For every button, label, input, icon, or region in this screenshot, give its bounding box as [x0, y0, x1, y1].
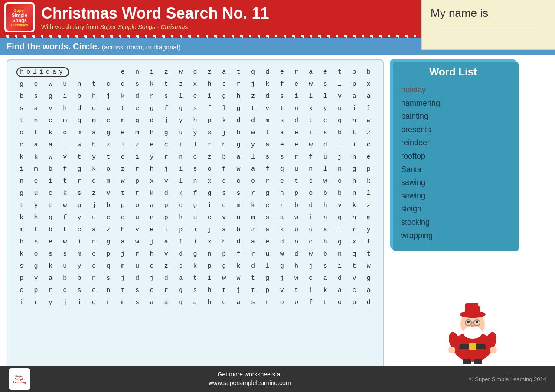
logo-inner: Super Simple Songs Christmas [6, 4, 33, 31]
grid-cell: t [246, 285, 260, 296]
grid-cell: a [188, 297, 202, 308]
grid-cell: j [304, 260, 317, 272]
grid-cell: s [29, 91, 42, 102]
grid-cell: u [174, 127, 187, 138]
grid-cell: i [72, 297, 86, 308]
grid-cell: h [217, 236, 231, 247]
grid-cell: a [246, 163, 260, 175]
grid-cell: l [188, 139, 202, 150]
grid-cell: c [116, 151, 130, 162]
grid-cell: t [116, 103, 130, 114]
grid-cell: p [101, 248, 115, 259]
grid-cell: s [72, 188, 86, 199]
grid-cell: d [362, 297, 375, 308]
grid-cell: t [101, 151, 115, 162]
grid-cell: h [203, 297, 216, 308]
grid-cell: d [217, 175, 231, 187]
grid-cell: v [29, 272, 42, 284]
grid-cell: a [29, 139, 42, 150]
grid-cell: y [72, 260, 86, 272]
logo-top: Super [14, 8, 25, 13]
page-title: Christmas Word Search No. 11 [41, 4, 269, 23]
grid-cell: i [290, 91, 303, 102]
grid-cell: m [15, 224, 28, 235]
grid-cell: k [319, 285, 332, 296]
grid-cell: s [319, 127, 332, 138]
grid-cell: p [29, 285, 42, 296]
grid-cell: d [145, 115, 158, 126]
grid-cell: n [347, 188, 361, 199]
grid-cell: w [44, 78, 57, 90]
grid-cell: n [347, 151, 361, 162]
grid-cell: j [58, 297, 72, 308]
grid-cell: k [174, 188, 187, 199]
grid-cell: y [174, 115, 187, 126]
grid-cell: f [304, 297, 317, 308]
grid-cell: a [87, 127, 101, 138]
grid-cell: b [290, 200, 303, 211]
grid-cell: o [290, 297, 303, 308]
grid-cell: g [347, 163, 361, 175]
grid-cell: v [101, 188, 115, 199]
grid-cell: g [160, 127, 173, 138]
grid-cell: g [261, 188, 274, 199]
grid-cell: e [116, 127, 130, 138]
table-row: guckszvtrkdkfgssrghpobbnl [15, 188, 375, 199]
list-item: hammering [399, 97, 507, 110]
grid-cell: x [203, 175, 216, 187]
grid-cell: e [145, 139, 158, 150]
grid-cell: s [188, 103, 202, 114]
grid-cell: f [261, 163, 274, 175]
grid-cell: f [232, 248, 245, 259]
list-item: sleigh [399, 202, 507, 216]
table-row: kossmcpjrhvdgnpfruwdwbnqt [15, 248, 375, 259]
grid-cell: j [232, 285, 245, 296]
grid-cell: z [203, 151, 216, 162]
grid-cell: a [232, 297, 245, 308]
grid-cell: s [58, 248, 72, 259]
grid-cell: s [131, 285, 144, 296]
word-list-card: Word List holidayhammeringpaintingpresen… [390, 59, 516, 249]
grid-cell: n [347, 212, 361, 223]
grid-cell: w [290, 212, 303, 223]
grid-cell: g [101, 236, 115, 247]
word-list-panel: Word List holidayhammeringpaintingpresen… [390, 59, 516, 390]
grid-cell: i [304, 212, 317, 223]
grid-cell: j [145, 272, 158, 284]
grid-cell: y [87, 151, 101, 162]
list-item: sewing [399, 189, 507, 203]
grid-cell: g [232, 139, 245, 150]
header-subtitle: With vocabulary from Super Simple Songs … [41, 23, 269, 30]
grid-cell: u [131, 212, 144, 223]
grid-cell: l [174, 175, 187, 187]
grid-cell: h [116, 224, 130, 235]
grid-cell: f [203, 103, 216, 114]
instructions-note: (across, down, or diagonal) [102, 43, 180, 51]
grid-cell: k [217, 115, 231, 126]
table-row: bsgibhjkdrsleighzdsiilvaa [15, 91, 375, 102]
grid-cell: n [174, 151, 187, 162]
grid-cell: d [246, 260, 260, 272]
grid-cell: m [246, 212, 260, 223]
grid-cell: d [174, 248, 187, 259]
grid-cell: h [174, 212, 187, 223]
grid-cell: d [87, 175, 101, 187]
grid-cell: h [290, 260, 303, 272]
grid-cell: e [261, 200, 274, 211]
grid-cell: s [246, 297, 260, 308]
grid-cell: j [101, 91, 115, 102]
grid-cell: l [319, 163, 332, 175]
grid-cell: t [275, 103, 288, 114]
grid-cell: e [131, 103, 144, 114]
list-item: Santa [399, 163, 507, 176]
grid-cell: z [116, 163, 130, 175]
grid-cell: a [174, 272, 187, 284]
grid-cell: o [333, 175, 346, 187]
table-row: khgfyucounphuevumsawingnm [15, 212, 375, 223]
grid-cell: j [116, 248, 130, 259]
grid-cell: l [362, 188, 375, 199]
grid-cell: h [319, 200, 332, 211]
grid-cell: e [362, 151, 375, 162]
grid-cell: v [217, 212, 231, 223]
grid-cell: i [304, 285, 317, 296]
